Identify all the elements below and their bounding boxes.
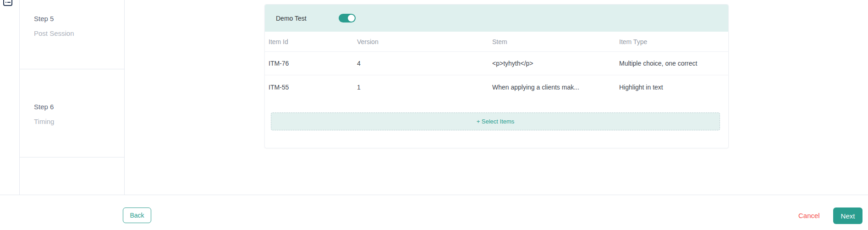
cell-item-type: Highlight in text: [615, 84, 728, 91]
demo-test-toggle[interactable]: [339, 14, 356, 22]
card-header: Demo Test: [265, 5, 728, 32]
cell-item-id: ITM-55: [265, 84, 353, 91]
cell-version: 4: [353, 60, 489, 67]
select-items-button[interactable]: + Select Items: [271, 112, 720, 130]
step-6-label: Timing: [34, 118, 54, 125]
sidebar-divider: [20, 69, 124, 69]
column-header-item-type: Item Type: [615, 38, 728, 45]
step-6-title: Step 6: [34, 103, 54, 111]
step-5-label: Post Session: [34, 29, 74, 37]
sidebar-divider: [20, 157, 124, 157]
cell-item-type: Multiple choice, one correct: [615, 60, 728, 67]
card-title: Demo Test: [276, 15, 307, 22]
column-header-version: Version: [353, 38, 489, 45]
cell-item-id: ITM-76: [265, 60, 353, 67]
table-row[interactable]: ITM-76 4 <p>tyhyth</p> Multiple choice, …: [265, 52, 728, 75]
list-icon[interactable]: [3, 0, 12, 6]
column-header-stem: Stem: [489, 38, 615, 45]
table-row[interactable]: ITM-55 1 When applying a clients mak... …: [265, 75, 728, 99]
toggle-knob: [348, 15, 355, 22]
cancel-button[interactable]: Cancel: [798, 212, 820, 219]
column-header-item-id: Item Id: [265, 38, 353, 45]
cell-version: 1: [353, 84, 489, 91]
back-button[interactable]: Back: [123, 208, 151, 223]
wizard-stepper-sidebar: Step 5 Post Session Step 6 Timing: [19, 0, 125, 195]
step-5-title: Step 5: [34, 15, 54, 22]
footer-divider: [0, 195, 868, 195]
cell-stem: When applying a clients mak...: [489, 84, 615, 91]
items-table-header: Item Id Version Stem Item Type: [265, 32, 728, 52]
next-button[interactable]: Next: [833, 208, 863, 224]
list-icon-bullet: [5, 2, 6, 3]
cell-stem: <p>tyhyth</p>: [489, 60, 615, 67]
demo-test-card: Demo Test Item Id Version Stem Item Type…: [264, 4, 729, 148]
list-icon-line: [7, 2, 11, 3]
